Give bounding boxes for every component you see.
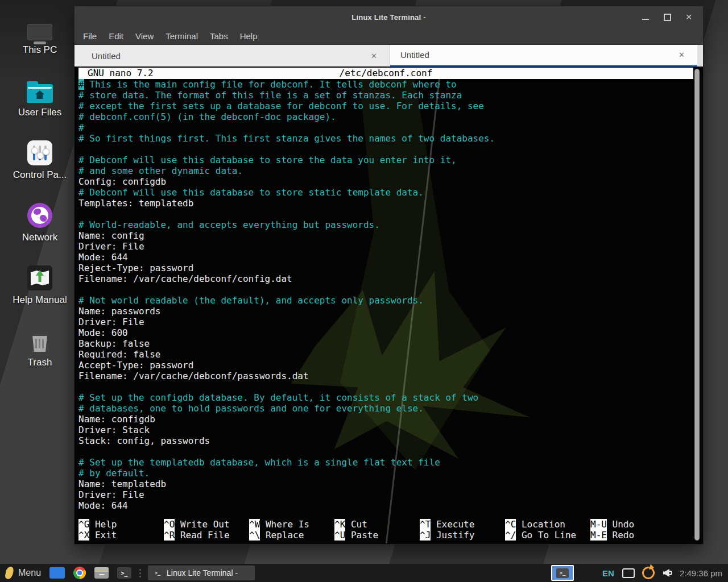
nano-shortcut-bar: ^G Help^O Write Out^W Where Is^K Cut^T E… (78, 519, 691, 541)
desktop-icon-column: This PC User Files Control Pa... Network… (10, 13, 69, 388)
terminal-launcher-icon[interactable]: >_ (117, 567, 131, 579)
shortcut-key: ^U (334, 530, 345, 541)
desktop-icon-network[interactable]: Network (10, 200, 69, 243)
shortcut-justify: ^J Justify (420, 530, 505, 541)
scrollbar-thumb[interactable] (694, 69, 700, 541)
text-cursor: # (78, 79, 84, 90)
shortcut-key: M-U (590, 519, 607, 530)
shortcut-label: Justify (431, 530, 474, 541)
menu-bar: FileEditViewTerminalTabsHelp (75, 28, 703, 45)
editor-line: Required: false (78, 349, 690, 360)
network-globe-icon (27, 203, 52, 228)
menu-edit[interactable]: Edit (109, 31, 123, 41)
menu-tabs[interactable]: Tabs (210, 31, 228, 41)
shortcut-label: Read File (175, 530, 229, 541)
nano-titlebar: GNU nano 7.2 /etc/debconf.conf (78, 68, 693, 79)
keyboard-layout-indicator[interactable]: EN (602, 568, 614, 578)
linux-lite-logo-icon[interactable] (5, 566, 14, 580)
shortcut-redo: M-E Redo (590, 530, 676, 541)
menu-help[interactable]: Help (240, 31, 258, 41)
tab-close-icon[interactable]: ✕ (679, 51, 685, 59)
shortcut-key: ^C (505, 519, 516, 530)
start-menu-button[interactable]: Menu (18, 568, 41, 578)
chrome-icon[interactable] (73, 567, 86, 579)
editor-line: Reject-Type: password (78, 263, 690, 273)
editor-line: # and some other dynamic data. (78, 165, 690, 176)
window-titlebar[interactable]: Linux Lite Terminal - ✕ (75, 6, 703, 28)
shortcut-key: M-E (590, 530, 607, 541)
display-icon[interactable] (622, 568, 635, 578)
tab-bar: Untitled✕Untitled✕ (75, 45, 703, 66)
editor-line (78, 446, 690, 457)
editor-line: # So first things first. This first stan… (78, 133, 690, 144)
task-button-label: Linux Lite Terminal - (167, 568, 238, 577)
close-icon[interactable]: ✕ (685, 13, 693, 21)
editor-line: Name: templatedb (78, 479, 690, 489)
desktop-icon-label: Help Manual (13, 294, 67, 306)
tab-2-active[interactable]: Untitled✕ (390, 45, 697, 66)
tray-terminal-icon[interactable]: >_ (551, 565, 574, 581)
desktop-icon-trash[interactable]: Trash (10, 325, 69, 368)
shortcut-label: Redo (607, 530, 634, 541)
shortcut-read-file: ^R Read File (164, 530, 249, 541)
desktop-icon-label: Network (22, 232, 57, 243)
menu-terminal[interactable]: Terminal (166, 31, 198, 41)
shortcut-label: Replace (260, 530, 304, 541)
shortcut-where-is: ^W Where Is (249, 519, 334, 530)
shortcut-label: Execute (431, 519, 474, 530)
shortcut-execute: ^T Execute (420, 519, 505, 530)
editor-line: Name: passwords (78, 306, 690, 317)
shortcut-location: ^C Location (505, 519, 590, 530)
editor-line: # Not world readable (the default), and … (78, 295, 690, 306)
show-desktop-icon[interactable] (49, 567, 65, 579)
desktop-icon-label: Trash (28, 357, 52, 368)
shortcut-label: Cut (345, 519, 367, 530)
shortcut-write-out: ^O Write Out (164, 519, 249, 530)
editor-line: # (78, 122, 690, 133)
editor-line: # Set up the templatedb database, which … (78, 457, 690, 468)
shortcut-cut: ^K Cut (334, 519, 420, 530)
tab-label: Untitled (400, 50, 429, 60)
terminal-content[interactable]: GNU nano 7.2 /etc/debconf.conf # This is… (75, 66, 702, 543)
desktop-icon-control-panel[interactable]: Control Pa... (10, 138, 69, 181)
editor-line: Filename: /var/cache/debconf/passwords.d… (78, 371, 690, 381)
editor-line: # Debconf will use this database to stor… (78, 187, 690, 198)
menu-file[interactable]: File (83, 31, 97, 41)
file-manager-icon[interactable] (94, 567, 109, 579)
editor-line: Mode: 644 (78, 500, 690, 511)
taskbar: Menu >_ >_ Linux Lite Terminal - >_ EN 2… (0, 564, 728, 582)
editor-line: Name: configdb (78, 414, 690, 425)
shortcut-key: ^T (420, 519, 431, 530)
editor-line: # debconf.conf(5) (in the debconf-doc pa… (78, 111, 690, 122)
editor-line: Mode: 644 (78, 252, 690, 263)
desktop-icon-help-manual[interactable]: Help Manual (10, 263, 69, 306)
editor-line: # World-readable, and accepts everything… (78, 219, 690, 230)
updates-icon[interactable] (640, 564, 656, 581)
menu-view[interactable]: View (135, 31, 154, 41)
editor-line: Driver: File (78, 489, 690, 500)
editor-line: # databases, one to hold passwords and o… (78, 403, 690, 414)
editor-line: Filename: /var/cache/debconf/config.dat (78, 273, 690, 284)
system-tray: >_ EN 2:49:36 pm (551, 565, 728, 581)
task-button-terminal[interactable]: >_ Linux Lite Terminal - (148, 566, 255, 580)
desktop-icon-label: This PC (23, 44, 57, 56)
editor-line: Driver: File (78, 317, 690, 327)
shortcut-label: Exit (89, 530, 117, 541)
shortcut-row-1: ^G Help^O Write Out^W Where Is^K Cut^T E… (78, 519, 691, 530)
editor-lines[interactable]: # This is the main config file for debco… (78, 79, 690, 511)
editor-line: # store data. The format of this file is… (78, 90, 690, 101)
clock[interactable]: 2:49:36 pm (680, 568, 722, 578)
editor-line: Backup: false (78, 338, 690, 349)
tab-1[interactable]: Untitled✕ (75, 45, 390, 66)
editor-line (78, 284, 690, 295)
maximize-icon[interactable] (663, 13, 671, 21)
editor-line: Driver: Stack (78, 425, 690, 435)
minimize-icon[interactable] (642, 13, 650, 21)
editor-line: # except the first sets up a database fo… (78, 101, 690, 111)
volume-icon[interactable] (663, 569, 672, 577)
desktop-icon-user-files[interactable]: User Files (10, 75, 69, 118)
editor-line: # Debconf will use this database to stor… (78, 155, 690, 165)
shortcut-label: Paste (345, 530, 378, 541)
tab-close-icon[interactable]: ✕ (371, 52, 377, 60)
desktop-icon-this-pc[interactable]: This PC (10, 13, 69, 56)
